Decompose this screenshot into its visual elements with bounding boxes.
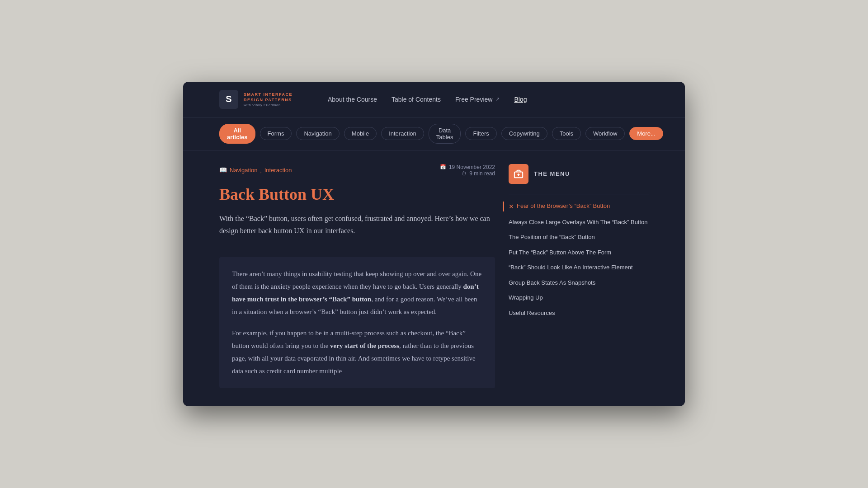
article-body: There aren’t many things in usability te… <box>219 257 495 388</box>
tag-separator: , <box>260 167 261 174</box>
sidebar-link-position[interactable]: The Position of the “Back” Button <box>509 234 595 240</box>
sidebar-nav: ✕ Fear of the Browser’s “Back” Button Al… <box>509 202 649 318</box>
sidebar-divider <box>509 194 649 194</box>
monitor-frame: S SMART INTERFACEDESIGN PATTERNS with Vi… <box>183 82 685 407</box>
tag-mobile[interactable]: Mobile <box>344 127 377 140</box>
article-body-p1: There aren’t many things in usability te… <box>232 268 482 318</box>
logo-icon: S <box>219 90 238 109</box>
tag-filters[interactable]: Filters <box>465 127 496 140</box>
article-intro: With the “Back” button, users often get … <box>219 212 495 237</box>
clock-icon: ⏱ <box>462 171 467 176</box>
sidebar-link-close[interactable]: Always Close Large Overlays With The “Ba… <box>509 219 648 225</box>
book-icon: 📖 <box>219 166 227 174</box>
sidebar-item-close: Always Close Large Overlays With The “Ba… <box>509 218 649 227</box>
article-meta: 📖 Navigation , Interaction 📅 19 November… <box>219 164 495 177</box>
active-marker-icon: ✕ <box>509 202 514 211</box>
read-time: 9 min read <box>469 170 495 177</box>
logo-area[interactable]: S SMART INTERFACEDESIGN PATTERNS with Vi… <box>219 90 310 109</box>
sidebar-item-fear: ✕ Fear of the Browser’s “Back” Button <box>503 202 649 211</box>
tag-data-tables[interactable]: Data Tables <box>429 124 461 144</box>
article-tag-interaction[interactable]: Interaction <box>264 167 292 174</box>
tag-interaction[interactable]: Interaction <box>381 127 424 140</box>
sidebar-item-position: The Position of the “Back” Button <box>509 233 649 242</box>
logo-title: SMART INTERFACEDESIGN PATTERNS <box>244 92 292 103</box>
read-time-line: ⏱ 9 min read <box>440 170 495 177</box>
article-date: 19 November 2022 <box>449 164 495 170</box>
sidebar-link-look[interactable]: “Back” Should Look Like An Interactive E… <box>509 264 633 271</box>
logo-text: SMART INTERFACEDESIGN PATTERNS with Vita… <box>244 92 292 107</box>
nav-blog[interactable]: Blog <box>514 96 527 103</box>
external-link-icon: ↗ <box>495 96 500 102</box>
sidebar-item-group: Group Back States As Snapshots <box>509 278 649 287</box>
date-line: 📅 19 November 2022 <box>440 164 495 170</box>
main-nav: About the Course Table of Contents Free … <box>328 96 649 103</box>
tag-more[interactable]: More... <box>629 127 663 140</box>
tag-tools[interactable]: Tools <box>552 127 581 140</box>
main-content: 📖 Navigation , Interaction 📅 19 November… <box>183 150 685 407</box>
sidebar-item-put: Put The “Back” Button Above The Form <box>509 248 649 257</box>
article-body-p2: For example, if you happen to be in a mu… <box>232 327 482 377</box>
logo-subtitle: with Vitaly Friedman <box>244 103 292 107</box>
sidebar-link-wrapping[interactable]: Wrapping Up <box>509 294 543 301</box>
bold-very-start: very start of the process <box>330 342 399 349</box>
tag-all-articles[interactable]: All articles <box>219 124 255 144</box>
sidebar-item-wrapping: Wrapping Up <box>509 293 649 302</box>
article-title: Back Button UX <box>219 185 495 204</box>
sidebar-link-resources[interactable]: Useful Resources <box>509 310 555 316</box>
nav-about[interactable]: About the Course <box>328 96 377 103</box>
nav-toc[interactable]: Table of Contents <box>392 96 441 103</box>
sidebar-box-icon <box>509 164 528 184</box>
sidebar-item-resources: Useful Resources <box>509 309 649 318</box>
sidebar-link-put[interactable]: Put The “Back” Button Above The Form <box>509 249 611 256</box>
tag-navigation[interactable]: Navigation <box>296 127 339 140</box>
article-dates: 📅 19 November 2022 ⏱ 9 min read <box>440 164 495 177</box>
sidebar-header: THE MENU <box>509 164 649 184</box>
sidebar: THE MENU ✕ Fear of the Browser’s “Back” … <box>509 164 649 389</box>
sidebar-link-fear[interactable]: ✕ Fear of the Browser’s “Back” Button <box>509 202 649 211</box>
sidebar-item-look: “Back” Should Look Like An Interactive E… <box>509 263 649 272</box>
nav-preview[interactable]: Free Preview ↗ <box>455 96 500 103</box>
article-tags: 📖 Navigation , Interaction <box>219 166 292 174</box>
article-tag-navigation[interactable]: Navigation <box>230 167 257 174</box>
tag-workflow[interactable]: Workflow <box>585 127 625 140</box>
calendar-icon: 📅 <box>440 164 446 170</box>
sidebar-title: THE MENU <box>534 170 570 177</box>
tag-copywriting[interactable]: Copywriting <box>501 127 547 140</box>
tag-bar: All articles Forms Navigation Mobile Int… <box>183 117 685 150</box>
site-header: S SMART INTERFACEDESIGN PATTERNS with Vi… <box>183 82 685 117</box>
sidebar-link-group[interactable]: Group Back States As Snapshots <box>509 279 595 286</box>
tag-forms[interactable]: Forms <box>260 127 292 140</box>
article-divider <box>219 246 495 246</box>
article-area: 📖 Navigation , Interaction 📅 19 November… <box>219 164 495 389</box>
